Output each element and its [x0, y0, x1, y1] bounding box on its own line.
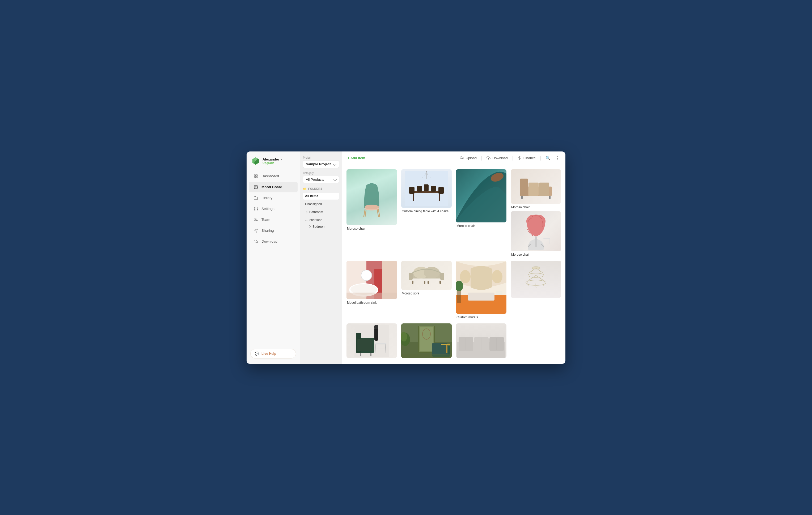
svg-rect-110: [432, 343, 448, 355]
category-chevron-icon: [333, 177, 337, 181]
chat-icon: 💬: [255, 351, 259, 356]
sidebar-label-library: Library: [261, 196, 272, 200]
svg-point-10: [255, 186, 256, 187]
sidebar-bottom: 💬 Live Help: [246, 349, 300, 359]
project-label: Project: [303, 156, 339, 159]
app-logo-icon: [251, 157, 260, 165]
sidebar-label-settings: Settings: [261, 207, 274, 211]
sidebar-item-dashboard[interactable]: Dashboard: [249, 171, 298, 181]
product-name-4: Moroso chair: [511, 205, 561, 209]
svg-line-87: [529, 275, 536, 280]
upload-button[interactable]: Upload: [460, 156, 477, 160]
user-section: Alexander ▼ Upgrade: [246, 151, 300, 168]
sidebar-item-download[interactable]: Download: [249, 236, 298, 247]
folder-all-items[interactable]: All items: [303, 193, 339, 200]
svg-rect-70: [428, 281, 429, 284]
svg-rect-76: [468, 293, 494, 301]
product-card-7[interactable]: Custom murals: [456, 261, 506, 319]
product-card-5[interactable]: Moooi bathroom sink: [346, 261, 397, 319]
image-icon: [254, 185, 258, 190]
sidebar-item-sharing[interactable]: Sharing: [249, 225, 298, 236]
product-card-11[interactable]: [456, 323, 506, 360]
live-help-button[interactable]: 💬 Live Help: [250, 349, 296, 359]
product-card-3[interactable]: Moroso chair: [456, 169, 506, 256]
sidebar-item-settings[interactable]: Settings: [249, 204, 298, 214]
folders-section: 📁 FOLDERS All items Unassigned Bathroom …: [303, 187, 339, 230]
product-card-9[interactable]: [346, 323, 397, 360]
folder-chevron-child-icon: [308, 225, 311, 228]
svg-rect-96: [360, 353, 361, 356]
product-card-8[interactable]: Moroso chair: [511, 211, 561, 256]
category-dropdown[interactable]: All Products: [303, 176, 339, 183]
svg-rect-40: [431, 186, 436, 192]
product-card-1[interactable]: Moroso chair: [346, 169, 397, 256]
product-card-2[interactable]: Custom dining table with 4 chairs: [401, 169, 452, 256]
product-name-6: Moroso sofa: [401, 291, 452, 295]
svg-rect-91: [374, 327, 378, 341]
sliders-icon: [254, 206, 258, 211]
folder-expand-icon: [304, 219, 308, 221]
folders-header: 📁 FOLDERS: [303, 187, 339, 191]
dropdown-arrow-icon: ▼: [280, 158, 283, 161]
svg-rect-46: [539, 182, 549, 196]
sidebar-label-dashboard: Dashboard: [261, 174, 279, 178]
svg-line-88: [536, 275, 543, 280]
sidebar-label-sharing: Sharing: [261, 229, 274, 232]
app-window: Alexander ▼ Upgrade Dashboard Mood Board: [246, 151, 566, 364]
folders-label: FOLDERS: [308, 187, 322, 190]
svg-point-61: [361, 270, 372, 281]
sidebar-item-team[interactable]: Team: [249, 214, 298, 225]
user-name[interactable]: Alexander ▼: [263, 157, 283, 161]
sidebar-item-moodboard[interactable]: Mood Board: [249, 182, 298, 192]
product-image-1: [346, 169, 397, 225]
category-label: Category: [303, 172, 339, 175]
folder-2ndfloor[interactable]: 2nd floor: [303, 217, 339, 224]
more-options-button[interactable]: ⋮: [555, 155, 560, 161]
project-dropdown[interactable]: Sample Project: [303, 160, 339, 168]
product-card-10[interactable]: [401, 323, 452, 360]
finance-button[interactable]: Finance: [518, 156, 536, 160]
sidebar-nav: Dashboard Mood Board Library Settings: [246, 171, 300, 349]
product-card-4[interactable]: Moroso chair: [511, 169, 561, 209]
folder-bedroom[interactable]: Bedroom: [303, 224, 339, 230]
products-grid: Moroso chair: [342, 165, 566, 364]
product-name-2: Custom dining table with 4 chairs: [401, 209, 452, 213]
sidebar-item-library[interactable]: Library: [249, 193, 298, 203]
product-image-10: [401, 323, 452, 358]
svg-rect-8: [256, 176, 258, 178]
user-info: Alexander ▼ Upgrade: [263, 157, 283, 165]
upgrade-link[interactable]: Upgrade: [263, 161, 283, 165]
svg-rect-97: [370, 353, 372, 356]
main-content: + Add item Upload Download: [342, 151, 566, 364]
svg-point-32: [365, 205, 379, 209]
svg-rect-53: [543, 238, 550, 239]
folder-chevron-icon: [304, 210, 308, 213]
chair-svg: [360, 177, 384, 217]
folder-unassigned[interactable]: Unassigned: [303, 201, 339, 207]
svg-rect-68: [439, 281, 441, 284]
product-col-4: Moroso chair: [511, 169, 561, 256]
add-item-button[interactable]: + Add item: [348, 156, 365, 160]
svg-point-72: [460, 270, 470, 283]
download-button[interactable]: Download: [487, 156, 508, 160]
svg-rect-50: [535, 236, 537, 247]
grid-icon: [254, 174, 258, 178]
svg-rect-37: [409, 187, 414, 194]
users-icon: [254, 218, 258, 222]
product-image-5: [346, 261, 397, 299]
svg-rect-95: [357, 339, 373, 351]
folder-bathroom[interactable]: Bathroom: [303, 209, 339, 216]
dropdown-chevron-icon: [333, 162, 337, 166]
product-image-6: [401, 261, 452, 290]
svg-rect-65: [409, 273, 413, 280]
svg-rect-54: [549, 239, 549, 244]
product-name-8: Moroso chair: [511, 253, 561, 256]
product-card-6[interactable]: Moroso sofa: [401, 261, 452, 319]
search-button[interactable]: 🔍: [546, 156, 551, 161]
svg-rect-48: [549, 196, 551, 199]
folder-2ndfloor-group: 2nd floor Bedroom: [303, 217, 339, 230]
svg-rect-77: [496, 291, 502, 295]
upload-icon: [460, 156, 464, 160]
svg-rect-111: [441, 344, 451, 345]
product-card-12[interactable]: [511, 261, 561, 299]
